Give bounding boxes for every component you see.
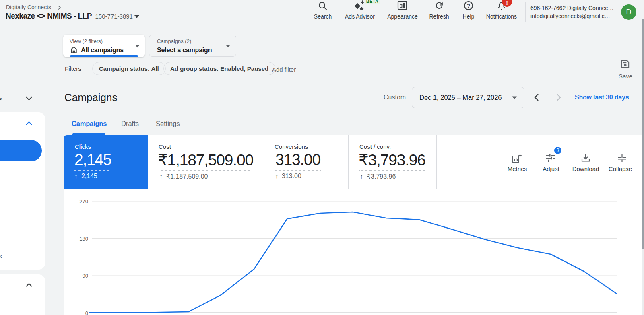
svg-text:?: ?	[467, 3, 470, 9]
svg-text:0: 0	[85, 310, 88, 315]
svg-text:270: 270	[79, 198, 88, 204]
svg-text:90: 90	[83, 273, 88, 279]
svg-text:180: 180	[79, 236, 88, 242]
